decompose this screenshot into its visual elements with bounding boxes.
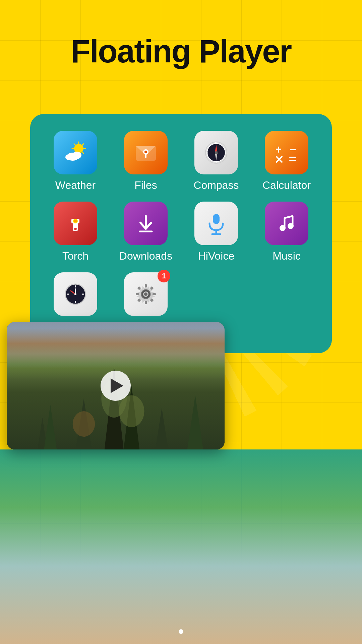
svg-rect-41: [213, 214, 220, 224]
files-icon: [124, 131, 168, 174]
app-item-weather[interactable]: Weather: [44, 131, 107, 192]
app-icon-wrapper-calculator: [265, 131, 308, 174]
svg-rect-60: [153, 293, 156, 295]
torch-icon: [54, 202, 97, 245]
bottom-background: [0, 449, 362, 644]
svg-rect-58: [145, 301, 147, 304]
page-title: Floating Player: [0, 0, 362, 69]
app-item-files[interactable]: Files: [114, 131, 178, 192]
svg-point-10: [72, 152, 81, 159]
svg-point-11: [65, 155, 72, 160]
compass-label: Compass: [193, 179, 239, 192]
svg-text:N: N: [215, 142, 217, 145]
svg-line-6: [82, 152, 83, 153]
calculator-label: Calculator: [262, 179, 311, 192]
page-indicator: [179, 629, 183, 634]
app-icon-wrapper-downloads: [124, 202, 168, 245]
weather-label: Weather: [55, 179, 96, 192]
svg-marker-69: [156, 408, 168, 450]
video-background: [7, 322, 225, 449]
app-card: Weather Files: [30, 114, 332, 353]
app-item-compass[interactable]: N S W E Compass: [184, 131, 248, 192]
svg-rect-38: [74, 228, 77, 230]
svg-point-44: [280, 225, 286, 231]
svg-rect-59: [136, 293, 139, 295]
svg-point-37: [74, 220, 77, 222]
app-icon-wrapper-compass: N S W E: [194, 131, 238, 174]
app-item-calculator[interactable]: Calculator: [255, 131, 318, 192]
svg-rect-29: [290, 149, 296, 150]
app-icon-wrapper-settings: 1: [124, 272, 168, 316]
torch-label: Torch: [62, 250, 88, 262]
app-item-hivoice[interactable]: HiVoice: [184, 202, 248, 262]
svg-point-53: [74, 293, 76, 295]
downloads-label: Downloads: [119, 250, 172, 262]
svg-rect-32: [289, 157, 296, 158]
play-button[interactable]: [101, 371, 131, 401]
svg-text:E: E: [225, 151, 226, 154]
page-dot-0: [179, 629, 183, 634]
clock-icon: [54, 272, 97, 316]
hivoice-label: HiVoice: [198, 250, 235, 262]
svg-point-45: [288, 223, 294, 229]
svg-point-74: [119, 395, 144, 427]
svg-line-8: [82, 144, 83, 145]
calculator-icon: [265, 131, 308, 174]
svg-line-5: [74, 144, 75, 145]
app-icon-wrapper-clock: [54, 272, 97, 316]
svg-rect-28: [276, 149, 281, 150]
compass-icon: N S W E: [194, 131, 238, 174]
svg-rect-33: [289, 160, 296, 161]
svg-rect-57: [145, 284, 147, 287]
svg-point-22: [215, 151, 218, 154]
weather-icon: [54, 131, 97, 174]
music-label: Music: [273, 250, 301, 262]
app-icon-wrapper-torch: [54, 202, 97, 245]
svg-point-73: [73, 411, 95, 437]
svg-point-56: [144, 292, 147, 296]
app-icon-wrapper-files: [124, 131, 168, 174]
downloads-icon: [124, 202, 168, 245]
hivoice-icon: [194, 202, 238, 245]
music-icon: [265, 202, 308, 245]
svg-marker-66: [44, 405, 57, 449]
svg-text:W: W: [205, 151, 208, 154]
app-grid: Weather Files: [44, 131, 318, 333]
svg-marker-70: [187, 395, 203, 450]
files-label: Files: [134, 179, 157, 192]
app-item-torch[interactable]: Torch: [44, 202, 107, 262]
settings-badge: 1: [158, 270, 170, 282]
play-triangle-icon: [111, 378, 123, 393]
svg-text:S: S: [215, 161, 217, 164]
app-icon-wrapper-hivoice: [194, 202, 238, 245]
svg-point-15: [144, 151, 147, 153]
app-icon-wrapper-music: [265, 202, 308, 245]
app-icon-wrapper-weather: [54, 131, 97, 174]
app-item-downloads[interactable]: Downloads: [114, 202, 178, 262]
video-player[interactable]: [7, 322, 225, 449]
app-item-music[interactable]: Music: [255, 202, 318, 262]
